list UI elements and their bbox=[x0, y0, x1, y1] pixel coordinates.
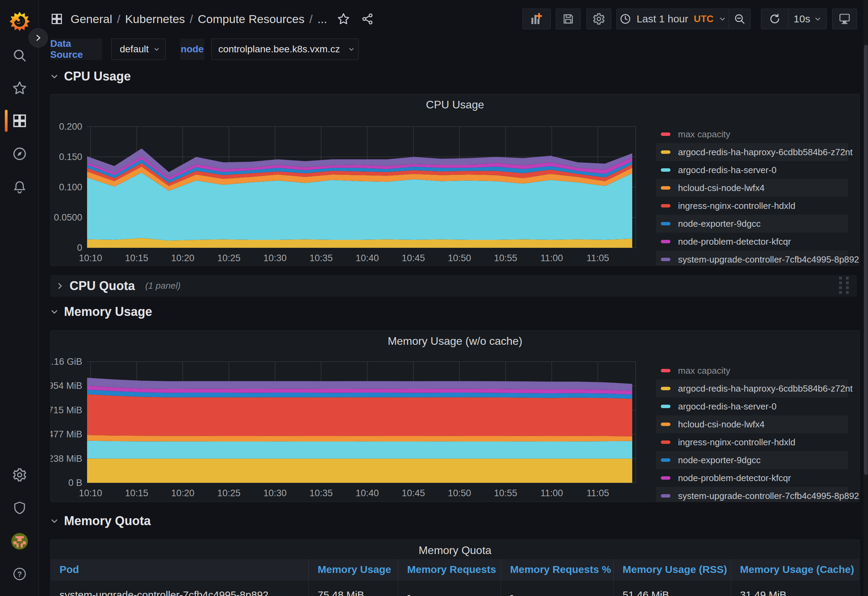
table-header-cell[interactable]: Memory Requests bbox=[398, 559, 501, 580]
favorite-dashboard-button[interactable] bbox=[334, 10, 353, 28]
legend-item[interactable]: argocd-redis-ha-haproxy-6cdbb584b6-z72nt bbox=[656, 143, 848, 161]
breadcrumb-separator: / bbox=[117, 12, 120, 26]
legend-item[interactable]: hcloud-csi-node-lwfx4 bbox=[656, 179, 848, 197]
sidebar-item-alerting[interactable] bbox=[0, 175, 39, 199]
legend-swatch bbox=[661, 258, 670, 261]
svg-text:10:35: 10:35 bbox=[309, 488, 333, 498]
sidebar-item-dashboards[interactable] bbox=[0, 108, 39, 133]
svg-text:715 MiB: 715 MiB bbox=[50, 405, 82, 415]
compass-icon bbox=[12, 146, 27, 161]
cycle-view-mode-button[interactable] bbox=[832, 9, 857, 29]
legend-item[interactable]: ingress-nginx-controller-hdxld bbox=[656, 197, 848, 215]
legend-label: node-problem-detector-kfcqr bbox=[678, 473, 791, 484]
refresh-dashboard-button[interactable] bbox=[761, 9, 788, 29]
section-row-cpu-quota[interactable]: CPU Quota (1 panel) bbox=[50, 275, 857, 297]
table-cell: system-upgrade-controller-7cfb4c4995-8p8… bbox=[50, 580, 309, 596]
legend-swatch bbox=[661, 150, 670, 154]
legend-item[interactable]: node-exporter-9dgcc bbox=[656, 451, 848, 469]
svg-text:0.100: 0.100 bbox=[59, 182, 82, 192]
table-header-cell[interactable]: Memory Usage (Cache) bbox=[731, 559, 860, 580]
grafana-dashboard: ? General / Kubernetes / Compute Resourc… bbox=[0, 0, 868, 596]
chevron-down-icon bbox=[719, 15, 726, 22]
panel-count: (1 panel) bbox=[145, 280, 181, 291]
legend-label: ingress-nginx-controller-hdxld bbox=[678, 201, 796, 211]
chevron-down-icon bbox=[154, 46, 160, 52]
zoom-out-time-button[interactable] bbox=[729, 9, 750, 29]
legend-swatch bbox=[661, 494, 670, 497]
legend-item[interactable]: max capacity bbox=[656, 125, 848, 143]
sidebar-item-profile[interactable] bbox=[0, 529, 39, 554]
legend-item[interactable]: argocd-redis-ha-server-0 bbox=[656, 397, 848, 415]
area-series bbox=[87, 440, 632, 458]
gear-icon bbox=[592, 12, 605, 25]
svg-text:954 MiB: 954 MiB bbox=[50, 381, 82, 391]
bell-icon bbox=[12, 180, 27, 195]
legend-item[interactable]: argocd-redis-ha-server-0 bbox=[656, 161, 848, 179]
row-drag-handle[interactable] bbox=[837, 278, 852, 294]
save-dashboard-button[interactable] bbox=[556, 9, 581, 29]
star-icon bbox=[337, 12, 350, 25]
dashboard-settings-button[interactable] bbox=[586, 9, 611, 29]
time-range-picker[interactable]: Last 1 hour UTC bbox=[617, 9, 729, 29]
table-header-cell[interactable]: Memory Usage (RSS) bbox=[613, 559, 731, 580]
active-section-indicator bbox=[5, 110, 7, 132]
legend-item[interactable]: node-exporter-9dgcc bbox=[656, 215, 848, 233]
sidebar-item-search[interactable] bbox=[0, 43, 39, 68]
table-header-cell[interactable]: Pod bbox=[50, 559, 309, 580]
legend-item[interactable]: argocd-redis-ha-haproxy-6cdbb584b6-z72nt bbox=[656, 379, 848, 397]
share-dashboard-button[interactable] bbox=[358, 10, 377, 28]
add-panel-button[interactable] bbox=[523, 9, 551, 29]
scrollbar-thumb[interactable] bbox=[864, 45, 868, 475]
cpu-usage-panel: CPU Usage 00.05000.1000.1500.20010:1010:… bbox=[50, 94, 860, 266]
svg-text:10:15: 10:15 bbox=[125, 488, 148, 498]
section-row-memory-usage[interactable]: Memory Usage bbox=[50, 304, 152, 320]
sidebar-item-configuration[interactable] bbox=[0, 462, 39, 487]
legend-swatch bbox=[661, 458, 670, 462]
table-header-cell[interactable]: Memory Requests % bbox=[501, 559, 613, 580]
breadcrumb-item-compute-resources[interactable]: Compute Resources bbox=[198, 12, 305, 26]
refresh-group: 10s bbox=[761, 9, 827, 29]
legend-swatch bbox=[661, 440, 670, 444]
section-row-cpu-usage[interactable]: CPU Usage bbox=[50, 68, 131, 84]
datasource-variable-label[interactable]: Data Source bbox=[50, 38, 102, 60]
legend-item[interactable]: max capacity bbox=[656, 361, 848, 379]
breadcrumb-item-kubernetes[interactable]: Kubernetes bbox=[125, 12, 185, 26]
sidebar-item-starred[interactable] bbox=[0, 76, 39, 100]
legend-item[interactable]: node-problem-detector-kfcqr bbox=[656, 469, 848, 487]
legend-item[interactable]: system-upgrade-controller-7cfb4c4995-8p8… bbox=[656, 251, 848, 266]
sidebar-item-help[interactable]: ? bbox=[0, 562, 39, 586]
svg-text:0 B: 0 B bbox=[68, 478, 82, 488]
shield-icon bbox=[12, 501, 27, 515]
svg-text:10:25: 10:25 bbox=[217, 253, 241, 263]
svg-text:10:45: 10:45 bbox=[402, 488, 425, 498]
legend-label: node-problem-detector-kfcqr bbox=[678, 236, 791, 247]
sidebar-item-server-admin[interactable] bbox=[0, 496, 39, 520]
legend-label: system-upgrade-controller-7cfb4c4995-8p8… bbox=[678, 254, 859, 265]
legend-item[interactable]: ingress-nginx-controller-hdxld bbox=[656, 433, 848, 451]
legend-item[interactable]: hcloud-csi-node-lwfx4 bbox=[656, 415, 848, 433]
panel-title-memory-quota[interactable]: Memory Quota bbox=[50, 544, 859, 557]
legend-item[interactable]: node-problem-detector-kfcqr bbox=[656, 233, 848, 251]
sidebar-expand-button[interactable] bbox=[28, 28, 48, 47]
sidebar: ? bbox=[0, 0, 39, 596]
sidebar-item-explore[interactable] bbox=[0, 142, 39, 166]
timezone-label: UTC bbox=[694, 13, 714, 24]
breadcrumb-separator: / bbox=[309, 12, 313, 26]
table-header-cell[interactable]: Memory Usage bbox=[309, 559, 398, 580]
node-value: controlplane.bee.k8s.vxm.cz bbox=[211, 44, 340, 55]
legend-item[interactable]: system-upgrade-controller-7cfb4c4995-8p8… bbox=[656, 487, 848, 502]
node-variable-dropdown[interactable]: controlplane.bee.k8s.vxm.cz bbox=[211, 38, 359, 60]
legend-swatch bbox=[661, 168, 670, 172]
refresh-interval-value: 10s bbox=[794, 13, 810, 25]
node-variable-label[interactable]: node bbox=[180, 38, 204, 60]
legend-swatch bbox=[661, 405, 670, 408]
datasource-variable-dropdown[interactable]: default bbox=[111, 38, 165, 60]
breadcrumb-item-general[interactable]: General bbox=[71, 12, 112, 26]
legend-label: argocd-redis-ha-haproxy-6cdbb584b6-z72nt bbox=[678, 147, 853, 158]
section-row-memory-quota[interactable]: Memory Quota bbox=[50, 513, 151, 529]
svg-text:10:10: 10:10 bbox=[79, 488, 102, 498]
svg-text:10:20: 10:20 bbox=[171, 488, 195, 498]
refresh-interval-dropdown[interactable]: 10s bbox=[788, 9, 826, 29]
chevron-down-icon bbox=[50, 72, 59, 81]
table-cell: - bbox=[501, 580, 613, 596]
